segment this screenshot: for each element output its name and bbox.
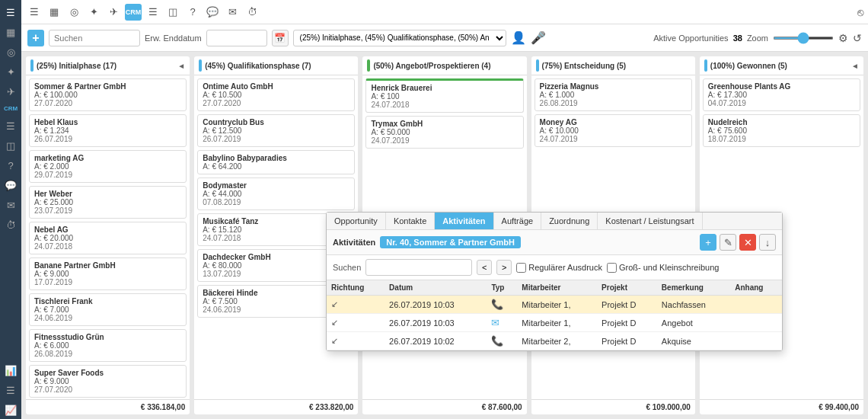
card-pizzeria[interactable]: Pizzeria Magnus A: € 1.000 26.08.2019 [535, 78, 692, 111]
sidebar-icon-clock[interactable]: ⏱ [2, 216, 20, 234]
topnav-icon-clock[interactable]: ⏱ [244, 4, 260, 21]
sidebar-icon-chat[interactable]: 💬 [2, 176, 20, 194]
add-button[interactable]: + [27, 30, 44, 46]
zoom-slider[interactable] [773, 37, 834, 40]
card-her-weber[interactable]: Her Weber A: € 25.000 23.07.2019 [29, 186, 187, 219]
activity-add-btn[interactable]: + [700, 234, 716, 251]
sidebar-icon-circle[interactable]: ◎ [2, 43, 20, 61]
tab-aktivitaten[interactable]: Aktivitäten [435, 213, 493, 229]
table-row[interactable]: ↙ 26.07.2019 10:03 📞 Mitarbeiter 1, Proj… [327, 296, 782, 314]
card-date: 24.07.2019 [371, 136, 518, 145]
card-sommer[interactable]: Sommer & Partner GmbH A: € 100.000 27.07… [29, 78, 187, 111]
card-banane[interactable]: Banane Partner GmbH A: € 9.000 17.07.201… [29, 257, 187, 290]
th-datum[interactable]: Datum [385, 280, 487, 296]
card-nudelreich[interactable]: Nudelreich A: € 75.600 18.07.2019 [703, 114, 860, 147]
topnav-icon-circle[interactable]: ◎ [65, 4, 82, 21]
tab-opportunity[interactable]: Opportunity [327, 213, 386, 229]
tab-kostenart[interactable]: Kostenart / Leistungsart [598, 213, 702, 229]
sidebar-icon-plane[interactable]: ✈ [2, 82, 20, 101]
sidebar-icon-menu[interactable]: ☰ [2, 3, 20, 21]
card-amount: A: € 10.500 [203, 91, 349, 99]
sidebar-icon-grid[interactable]: ▦ [2, 23, 20, 41]
th-bemerkung[interactable]: Bemerkung [657, 280, 730, 296]
phase-select[interactable]: (25%) Initialphase, (45%) Qualifikations… [293, 30, 506, 46]
cell-projekt: Projekt D [597, 332, 657, 350]
activity-delete-btn[interactable]: ✕ [739, 234, 756, 251]
search-input[interactable] [49, 30, 140, 46]
checkbox-regularer-input[interactable] [516, 263, 526, 273]
card-henrick[interactable]: Henrick Brauerei A: € 100 24.07.2018 [365, 78, 523, 113]
activity-download-btn[interactable]: ↓ [759, 234, 776, 251]
sidebar-icon-star[interactable]: ✦ [2, 62, 20, 81]
table-row[interactable]: ↙ 26.07.2019 10:02 📞 Mitarbeiter 2, Proj… [327, 332, 782, 350]
refresh-icon[interactable]: ↺ [853, 32, 862, 44]
col5-chevron[interactable]: ◄ [851, 62, 859, 70]
th-typ[interactable]: Typ [487, 280, 517, 296]
card-date: 26.07.2019 [34, 135, 181, 143]
topnav-icon-doc2[interactable]: ◫ [164, 4, 181, 21]
topnav-icon-doc[interactable]: ☰ [145, 4, 161, 21]
card-hebel[interactable]: Hebel Klaus A: € 1.234 26.07.2019 [29, 114, 187, 147]
card-super-saver[interactable]: Super Saver Foods A: € 9.000 27.07.2020 [29, 365, 187, 398]
tab-zuordnung[interactable]: Zuordnung [541, 213, 598, 229]
th-richtung[interactable]: Richtung [327, 280, 385, 296]
table-row[interactable]: ↙ 26.07.2019 10:03 ✉ Mitarbeiter 1, Proj… [327, 314, 782, 332]
topnav-icon-help[interactable]: ? [184, 4, 201, 21]
sidebar-icon-doc[interactable]: ◫ [2, 136, 20, 155]
col2-footer: € 233.820,00 [194, 399, 358, 414]
card-amount: A: € 9.000 [34, 377, 181, 385]
checkbox-gross-input[interactable] [607, 263, 617, 273]
th-mitarbeiter[interactable]: Mitarbeiter [517, 280, 597, 296]
topnav-icon-chat[interactable]: 💬 [204, 4, 221, 21]
card-bodymaster[interactable]: Bodymaster A: € 44.000 07.08.2019 [197, 178, 355, 210]
activities-next-btn[interactable]: > [496, 260, 512, 275]
sidebar-crm-label[interactable]: CRM [4, 105, 18, 112]
sidebar: ☰ ▦ ◎ ✦ ✈ CRM ☰ ◫ ? 💬 ✉ ⏱ 📊 ☰ 📈 [0, 0, 21, 419]
activities-actions: + ✎ ✕ ↓ [700, 234, 776, 251]
card-trymax[interactable]: Trymax GmbH A: € 50.000 24.07.2019 [365, 116, 523, 149]
card-ontime[interactable]: Ontime Auto GmbH A: € 10.500 27.07.2020 [197, 78, 355, 111]
checkbox-regularer[interactable]: Regulärer Ausdruck [516, 263, 602, 273]
card-name: Nudelreich [708, 118, 855, 126]
card-amount: A: € 64.200 [203, 162, 349, 171]
sidebar-icon-chart[interactable]: 📊 [2, 361, 20, 379]
sidebar-icon-help[interactable]: ? [2, 156, 20, 174]
card-babylino[interactable]: Babylino Babyparadies A: € 64.200 [197, 150, 355, 174]
topnav-icon-star[interactable]: ✦ [85, 4, 102, 21]
tab-auftrage[interactable]: Aufträge [494, 213, 542, 229]
card-countryclub[interactable]: Countryclub Bus A: € 12.500 26.07.2019 [197, 114, 355, 147]
activities-search-input[interactable] [365, 259, 472, 276]
card-greenhouse[interactable]: Greenhouse Plants AG A: € 17.300 04.07.2… [703, 78, 860, 111]
card-name: marketing AG [34, 154, 181, 162]
sidebar-icon-trending[interactable]: 📈 [2, 401, 20, 419]
tab-kontakte[interactable]: Kontakte [386, 213, 435, 229]
card-date: 27.07.2020 [34, 99, 181, 107]
settings-icon[interactable]: ⚙ [838, 32, 848, 44]
topnav-icon-mail[interactable]: ✉ [224, 4, 241, 21]
card-marketing[interactable]: marketing AG A: € 2.000 29.07.2019 [29, 150, 187, 183]
card-tischlerei[interactable]: Tischlerei Frank A: € 7.000 24.06.2019 [29, 293, 187, 326]
card-name: Tischlerei Frank [34, 297, 181, 305]
activities-prev-btn[interactable]: < [477, 260, 492, 275]
th-anhang[interactable]: Anhang [730, 280, 782, 296]
mic-icon[interactable]: 🎤 [531, 30, 546, 45]
calendar-button[interactable]: 📅 [272, 30, 289, 46]
card-fitness[interactable]: Fitnessstudio Grün A: € 6.000 26.08.2019 [29, 329, 187, 362]
person-icon[interactable]: 👤 [511, 30, 526, 45]
activity-edit-btn[interactable]: ✎ [720, 234, 736, 251]
date-input[interactable] [206, 30, 267, 46]
topnav-icon-menu[interactable]: ☰ [26, 4, 43, 21]
card-nebel[interactable]: Nebel AG A: € 20.000 24.07.2018 [29, 222, 187, 254]
col1-chevron[interactable]: ◄ [177, 62, 185, 70]
checkbox-gross[interactable]: Groß- und Kleinschreibung [607, 263, 719, 273]
topnav-icon-plane[interactable]: ✈ [105, 4, 122, 21]
sidebar-icon-list[interactable]: ☰ [2, 117, 20, 135]
col3-title: (50%) Angebot/Prospektieren (4) [373, 62, 522, 70]
sidebar-icon-mail[interactable]: ✉ [2, 196, 20, 214]
topnav-icon-grid[interactable]: ▦ [46, 4, 62, 21]
card-money[interactable]: Money AG A: € 10.000 24.07.2019 [535, 114, 692, 147]
sidebar-icon-list2[interactable]: ☰ [2, 381, 20, 399]
th-projekt[interactable]: Projekt [597, 280, 657, 296]
topnav-icon-crm[interactable]: CRM [125, 4, 142, 21]
logout-icon[interactable]: ⎋ [857, 6, 863, 18]
